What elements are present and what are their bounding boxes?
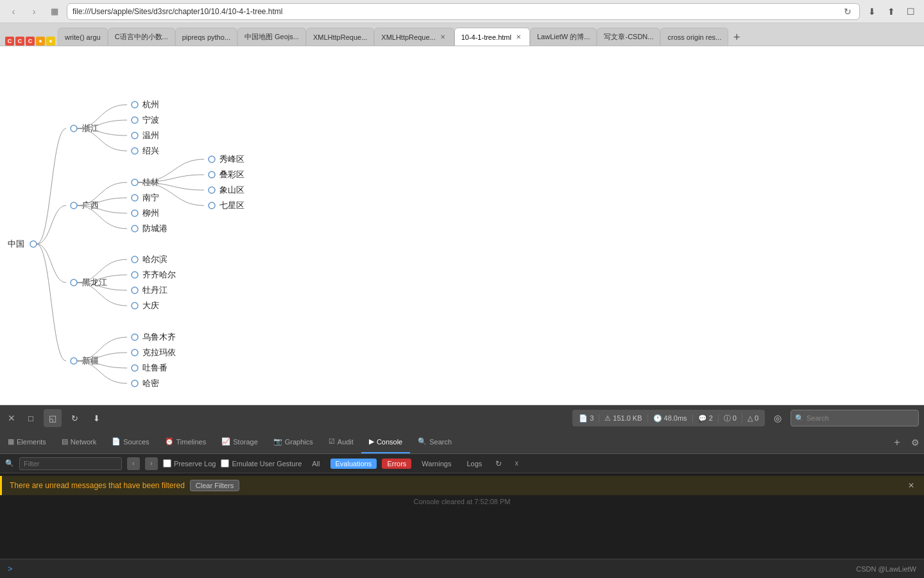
- favicon-4[interactable]: ●: [36, 37, 45, 46]
- tab-elements[interactable]: ▦ Elements: [0, 431, 54, 453]
- preserve-log-label[interactable]: Preserve Log: [163, 459, 216, 468]
- preserve-log-checkbox[interactable]: [163, 459, 171, 468]
- responsive-button[interactable]: ◱: [44, 409, 62, 427]
- level-all-button[interactable]: All: [307, 459, 325, 469]
- download-devtools-button[interactable]: ⬇: [87, 409, 105, 427]
- tab-c-lang[interactable]: C语言中的小数...: [108, 28, 175, 46]
- console-clear-button[interactable]: ☓: [510, 457, 523, 470]
- node-hangzhou-circle[interactable]: [132, 101, 138, 108]
- node-qiqihar-circle[interactable]: [132, 272, 138, 278]
- clear-filters-button[interactable]: Clear Filters: [190, 480, 239, 491]
- node-guilin-circle[interactable]: [132, 179, 138, 186]
- tab-label: 中国地图 Geojs...: [244, 32, 299, 42]
- tab-timelines[interactable]: ⏰ Timelines: [157, 431, 214, 453]
- node-fangcheng: 防城港: [142, 223, 167, 233]
- level-errors-button[interactable]: Errors: [382, 459, 411, 469]
- node-qixing-circle[interactable]: [209, 202, 215, 209]
- favicon-3[interactable]: C: [26, 37, 35, 46]
- node-heilongjiang-circle[interactable]: [71, 279, 77, 286]
- level-logs-button[interactable]: Logs: [461, 459, 487, 469]
- tab-tree-close[interactable]: ✕: [514, 33, 523, 42]
- tab-tree-html[interactable]: 10-4-1-tree.html ✕: [454, 28, 530, 46]
- tab-audit[interactable]: ☑ Audit: [321, 431, 361, 453]
- node-harbin-circle[interactable]: [132, 256, 138, 263]
- time-value: 48.0ms: [664, 414, 687, 422]
- node-xinjiang-circle[interactable]: [71, 358, 77, 364]
- size-value: 151.0 KB: [613, 414, 642, 422]
- tab-xml2-close[interactable]: ✕: [438, 33, 447, 42]
- stat-warnings: △ 0: [742, 414, 764, 423]
- new-tab-button[interactable]: +: [728, 29, 745, 46]
- fullscreen-button[interactable]: ☐: [902, 3, 919, 20]
- console-next-button[interactable]: ›: [145, 457, 158, 470]
- tab-overview-button[interactable]: ▦: [46, 3, 63, 20]
- tab-write-argu[interactable]: write() argu: [58, 28, 108, 46]
- tab-map[interactable]: 中国地图 Geojs...: [237, 28, 306, 46]
- tab-xml1[interactable]: XMLHttpReque...: [306, 28, 374, 46]
- tab-lawliet[interactable]: LawLietW 的博...: [530, 28, 597, 46]
- node-hami: 哈密: [142, 378, 159, 388]
- node-hami-circle[interactable]: [132, 380, 138, 387]
- console-prev-button[interactable]: ‹: [127, 457, 140, 470]
- console-refresh-button[interactable]: ↻: [492, 457, 505, 470]
- node-guangxi-circle[interactable]: [71, 202, 77, 209]
- favicon-2[interactable]: C: [15, 37, 24, 46]
- node-turpan-circle[interactable]: [132, 365, 138, 371]
- console-input[interactable]: [18, 565, 857, 574]
- node-wenzhou: 温州: [142, 130, 159, 140]
- node-karamay-circle[interactable]: [132, 349, 138, 356]
- level-evaluations-button[interactable]: Evaluations: [330, 459, 377, 469]
- console-prompt: >: [8, 564, 13, 574]
- warning-close-button[interactable]: ✕: [906, 480, 916, 491]
- tab-storage[interactable]: 📈 Storage: [214, 431, 266, 453]
- node-fangcheng-circle[interactable]: [132, 225, 138, 232]
- tab-timelines-label: Timelines: [176, 438, 207, 446]
- favicon-5[interactable]: ●: [46, 37, 55, 46]
- tab-cross-origin[interactable]: cross origin res...: [660, 28, 728, 46]
- tab-graphics[interactable]: 📷 Graphics: [266, 431, 321, 453]
- level-warnings-button[interactable]: Warnings: [416, 459, 456, 469]
- emulate-gesture-label[interactable]: Emulate User Gesture: [221, 459, 302, 468]
- devtools-target-button[interactable]: ◎: [769, 409, 787, 427]
- settings-tab-button[interactable]: ⚙: [906, 431, 924, 453]
- forward-button[interactable]: ›: [26, 3, 42, 20]
- node-wenzhou-circle[interactable]: [132, 132, 138, 139]
- node-ningbo-circle[interactable]: [132, 117, 138, 123]
- node-xiangshan-circle[interactable]: [209, 187, 215, 193]
- node-daqing-circle[interactable]: [132, 302, 138, 309]
- tab-search[interactable]: 🔍 Search: [410, 431, 459, 453]
- tab-network[interactable]: ▤ Network: [54, 431, 104, 453]
- devtools-close-button[interactable]: ✕: [5, 412, 18, 425]
- node-china-circle[interactable]: [30, 241, 37, 247]
- devtools-search-input[interactable]: [807, 414, 914, 422]
- node-shaoxing-circle[interactable]: [132, 148, 138, 154]
- node-zhejiang-circle[interactable]: [71, 125, 77, 132]
- reload-button[interactable]: ↻: [841, 5, 854, 18]
- stat-time: 🕐 48.0ms: [648, 414, 693, 423]
- console-filter-input[interactable]: [19, 457, 122, 470]
- size-icon: ⚠: [604, 414, 611, 423]
- node-diecai-circle[interactable]: [209, 171, 215, 178]
- add-tab-button[interactable]: +: [888, 431, 906, 453]
- node-urumqi-circle[interactable]: [132, 334, 138, 340]
- share-button[interactable]: ⬆: [883, 3, 900, 20]
- node-xiufeng-circle[interactable]: [209, 156, 215, 162]
- tab-console[interactable]: ▶ Console: [361, 431, 410, 453]
- tab-pipreqs[interactable]: pipreqs pytho...: [175, 28, 237, 46]
- tab-xml2[interactable]: XMLHttpReque... ✕: [374, 28, 454, 46]
- node-urumqi: 乌鲁木齐: [142, 332, 176, 342]
- inspect-element-button[interactable]: □: [22, 409, 40, 427]
- node-mudanjiang-circle[interactable]: [132, 287, 138, 293]
- console-messages: There are unread messages that have been…: [0, 473, 924, 559]
- node-liuzhou-circle[interactable]: [132, 210, 138, 216]
- back-button[interactable]: ‹: [5, 3, 22, 20]
- tab-sources[interactable]: 📄 Sources: [104, 431, 157, 453]
- emulate-gesture-checkbox[interactable]: [221, 459, 229, 468]
- node-nanning-circle[interactable]: [132, 195, 138, 201]
- tab-write-article[interactable]: 写文章-CSDN...: [597, 28, 660, 46]
- download-button[interactable]: ⬇: [864, 3, 880, 20]
- emulate-gesture-text: Emulate User Gesture: [232, 460, 302, 468]
- reload-devtools-button[interactable]: ↻: [65, 409, 83, 427]
- graphics-icon: 📷: [273, 437, 282, 446]
- favicon-1[interactable]: C: [5, 37, 14, 46]
